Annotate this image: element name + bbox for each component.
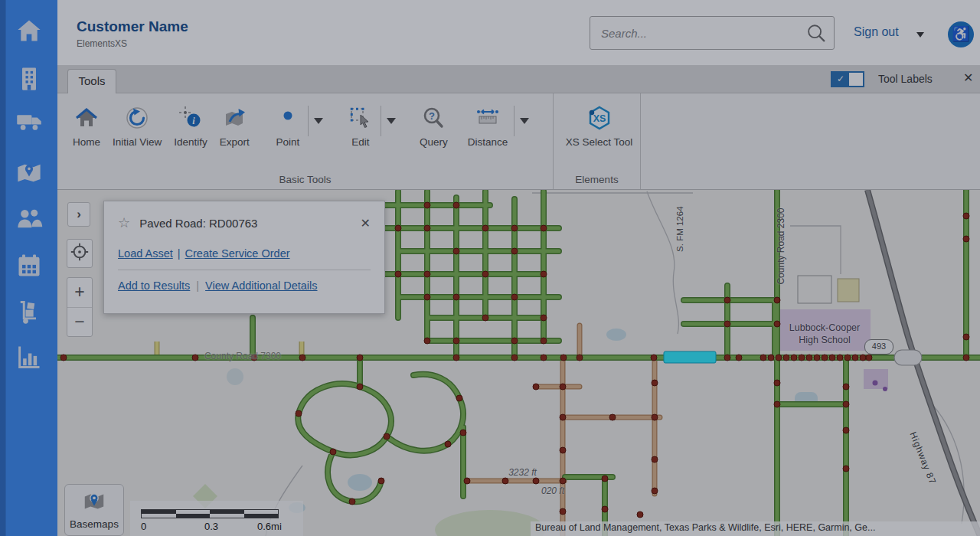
asset-point[interactable]	[482, 315, 488, 321]
sidebar-item-map[interactable]	[0, 158, 57, 191]
asset-point[interactable]	[774, 380, 780, 386]
asset-point[interactable]	[609, 414, 616, 420]
asset-point[interactable]	[837, 355, 843, 361]
asset-point[interactable]	[768, 355, 774, 361]
sidebar-item-fleet[interactable]	[0, 106, 57, 139]
asset-point[interactable]	[724, 297, 730, 303]
point-dropdown[interactable]	[308, 106, 328, 136]
asset-point[interactable]	[453, 355, 459, 361]
asset-point[interactable]	[456, 395, 462, 401]
asset-point[interactable]	[736, 355, 742, 361]
popup-close-icon[interactable]: ✕	[361, 216, 371, 230]
asset-point[interactable]	[776, 355, 782, 361]
tool-edit[interactable]: Edit	[341, 104, 381, 148]
tool-initial-view[interactable]: Initial View	[106, 104, 168, 148]
asset-point[interactable]	[460, 430, 466, 436]
map-view[interactable]: S. FM 1264 County Road 2300 County Road …	[57, 190, 980, 536]
asset-point[interactable]	[424, 225, 430, 231]
asset-point[interactable]	[560, 478, 566, 484]
asset-point[interactable]	[652, 488, 658, 494]
asset-point[interactable]	[652, 380, 658, 386]
selected-road-segment[interactable]	[664, 351, 716, 363]
asset-point[interactable]	[814, 355, 820, 361]
asset-point[interactable]	[424, 202, 430, 208]
asset-point[interactable]	[652, 456, 658, 462]
asset-point[interactable]	[843, 384, 849, 390]
tool-xs-select[interactable]: XS XS Select Tool	[560, 104, 639, 148]
view-additional-details-link[interactable]: View Additional Details	[205, 279, 317, 292]
asset-point[interactable]	[453, 294, 459, 300]
asset-point[interactable]	[251, 355, 257, 361]
sidebar-item-facilities[interactable]	[0, 64, 57, 97]
asset-point[interactable]	[829, 355, 835, 361]
asset-point[interactable]	[330, 449, 336, 455]
zoom-in-button[interactable]: +	[67, 278, 92, 308]
asset-point[interactable]	[464, 478, 470, 484]
asset-point[interactable]	[453, 202, 459, 208]
asset-point[interactable]	[560, 508, 566, 515]
sign-out-button[interactable]: Sign out	[854, 25, 899, 39]
asset-point[interactable]	[651, 355, 657, 361]
sidebar-item-people[interactable]	[0, 204, 57, 237]
asset-point[interactable]	[424, 294, 430, 300]
zoom-out-button[interactable]: −	[67, 308, 92, 338]
sidebar-item-home[interactable]	[0, 15, 57, 49]
asset-point[interactable]	[963, 334, 969, 340]
tool-home[interactable]: Home	[67, 104, 106, 148]
asset-point[interactable]	[637, 511, 643, 518]
asset-point[interactable]	[482, 271, 488, 277]
asset-point[interactable]	[652, 414, 658, 420]
create-service-order-link[interactable]: Create Service Order	[185, 247, 290, 260]
tool-labels-toggle[interactable]: ✓	[831, 71, 864, 87]
sign-out-caret-icon[interactable]	[916, 32, 924, 41]
tool-query[interactable]: ? Query	[413, 104, 454, 148]
asset-point[interactable]	[541, 315, 547, 321]
asset-point[interactable]	[760, 355, 766, 361]
asset-point[interactable]	[445, 441, 451, 447]
asset-point[interactable]	[502, 478, 508, 484]
asset-point[interactable]	[511, 248, 518, 254]
asset-point[interactable]	[560, 355, 567, 361]
asset-point[interactable]	[357, 355, 363, 361]
asset-point[interactable]	[844, 355, 851, 361]
asset-point[interactable]	[602, 476, 608, 482]
locate-button[interactable]	[67, 239, 93, 268]
add-to-results-link[interactable]: Add to Results	[118, 279, 190, 292]
asset-point[interactable]	[774, 297, 780, 303]
asset-point[interactable]	[541, 338, 547, 344]
asset-point[interactable]	[511, 355, 518, 361]
asset-point[interactable]	[378, 478, 384, 484]
asset-point[interactable]	[511, 294, 518, 300]
asset-point[interactable]	[424, 338, 430, 344]
ribbon-close-icon[interactable]: ✕	[963, 70, 973, 85]
asset-point[interactable]	[843, 427, 849, 433]
accessibility-icon[interactable]: ♿	[948, 21, 974, 47]
asset-point[interactable]	[791, 355, 797, 361]
asset-point[interactable]	[963, 355, 969, 361]
asset-point[interactable]	[482, 225, 488, 231]
asset-point[interactable]	[533, 384, 539, 390]
tool-distance[interactable]: Distance	[462, 104, 514, 148]
sidebar-item-calendar[interactable]	[0, 250, 57, 284]
asset-point[interactable]	[860, 355, 866, 361]
asset-point[interactable]	[511, 225, 518, 231]
tab-tools[interactable]: Tools	[67, 69, 116, 93]
asset-point[interactable]	[783, 355, 789, 361]
asset-point[interactable]	[577, 355, 583, 361]
edit-dropdown[interactable]	[381, 106, 401, 136]
asset-point[interactable]	[395, 225, 401, 231]
asset-point[interactable]	[541, 355, 547, 361]
asset-point[interactable]	[541, 225, 547, 231]
asset-point[interactable]	[299, 355, 305, 361]
asset-point[interactable]	[799, 355, 805, 361]
tool-export[interactable]: Export	[214, 104, 256, 148]
tool-point[interactable]: Point	[268, 104, 308, 148]
asset-point[interactable]	[541, 271, 547, 277]
favorite-star-icon[interactable]: ☆	[118, 214, 130, 231]
sidebar-item-inventory[interactable]	[0, 297, 57, 331]
search-icon[interactable]	[805, 22, 828, 45]
basemaps-button[interactable]: Basemaps	[64, 484, 124, 536]
asset-point[interactable]	[296, 410, 302, 417]
asset-point[interactable]	[533, 478, 539, 484]
asset-point[interactable]	[963, 213, 969, 219]
